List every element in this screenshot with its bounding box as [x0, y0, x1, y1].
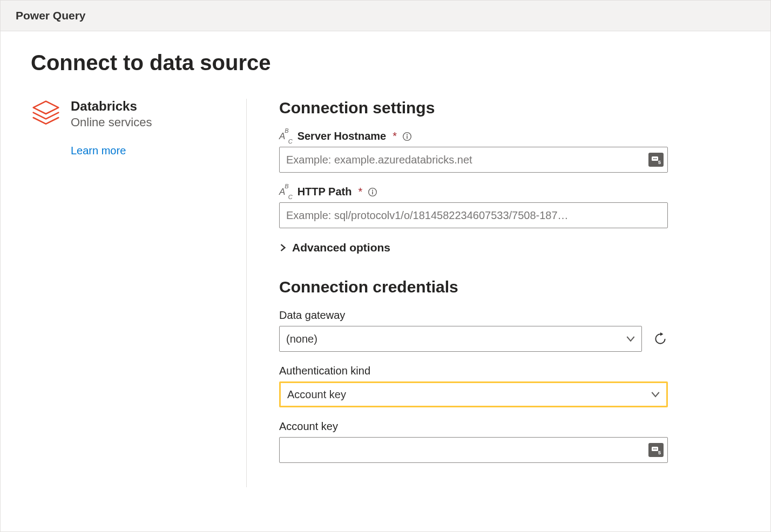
connection-settings-heading: Connection settings: [279, 99, 668, 117]
required-mark: *: [393, 130, 397, 142]
chevron-down-icon: [626, 335, 635, 343]
page-title: Connect to data source: [31, 51, 740, 75]
data-gateway-select[interactable]: (none): [279, 326, 642, 352]
svg-point-15: [656, 448, 657, 449]
connector-name: Databricks: [71, 99, 152, 114]
connector-panel: Databricks Online services Learn more: [31, 99, 247, 487]
account-key-input[interactable]: [279, 437, 668, 463]
required-mark: *: [358, 186, 362, 198]
chevron-right-icon: [279, 244, 287, 251]
data-gateway-label: Data gateway: [279, 309, 668, 322]
svg-point-14: [654, 448, 655, 449]
advanced-options-toggle[interactable]: Advanced options: [279, 241, 668, 254]
http-path-field: ABC HTTP Path *: [279, 186, 668, 228]
svg-point-10: [372, 189, 373, 190]
http-path-label: HTTP Path: [297, 186, 352, 198]
svg-point-7: [656, 158, 657, 159]
text-type-icon: ABC: [279, 186, 292, 198]
authentication-kind-field: Authentication kind Account key: [279, 365, 668, 407]
authentication-kind-value: Account key: [287, 388, 346, 401]
app-name: Power Query: [16, 9, 86, 22]
refresh-icon[interactable]: [653, 331, 668, 346]
authentication-kind-select[interactable]: Account key: [279, 381, 668, 407]
svg-point-2: [407, 134, 408, 135]
titlebar: Power Query: [1, 1, 770, 31]
server-hostname-input[interactable]: [279, 147, 668, 173]
connection-credentials-heading: Connection credentials: [279, 278, 668, 296]
svg-point-13: [653, 448, 654, 449]
connector-category: Online services: [71, 115, 152, 129]
svg-rect-3: [407, 135, 408, 139]
account-key-label: Account key: [279, 420, 668, 433]
chevron-down-icon: [651, 390, 660, 399]
server-hostname-field: ABC Server Hostname *: [279, 130, 668, 173]
server-hostname-label: Server Hostname: [297, 130, 387, 142]
info-icon[interactable]: [402, 132, 412, 141]
svg-text:5: 5: [658, 450, 661, 455]
text-type-icon: ABC: [279, 130, 292, 142]
settings-panel: Connection settings ABC Server Hostname …: [247, 99, 668, 476]
info-icon[interactable]: [368, 187, 377, 197]
svg-rect-11: [372, 191, 373, 194]
authentication-kind-label: Authentication kind: [279, 365, 668, 377]
http-path-input[interactable]: [279, 202, 668, 228]
svg-marker-0: [33, 101, 59, 114]
parameter-icon[interactable]: 5: [648, 153, 664, 167]
parameter-icon[interactable]: 5: [648, 443, 664, 457]
learn-more-link[interactable]: Learn more: [71, 145, 126, 157]
data-gateway-value: (none): [286, 333, 317, 345]
databricks-icon: [31, 99, 61, 129]
svg-point-5: [653, 158, 654, 159]
advanced-options-label: Advanced options: [292, 241, 390, 254]
svg-point-6: [654, 158, 655, 159]
svg-text:5: 5: [658, 160, 661, 165]
data-gateway-field: Data gateway (none): [279, 309, 668, 352]
account-key-field: Account key 5: [279, 420, 668, 463]
